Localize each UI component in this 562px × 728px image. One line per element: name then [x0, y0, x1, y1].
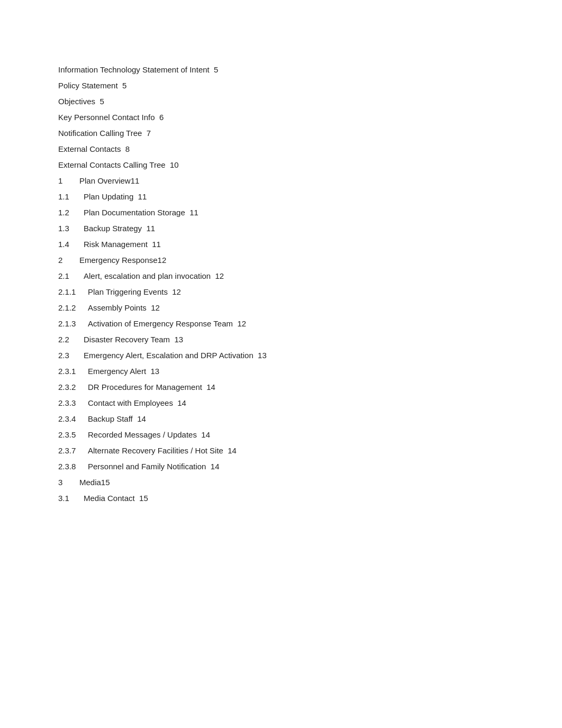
toc-page: 12 [151, 303, 160, 312]
toc-page: 14 [211, 462, 220, 471]
toc-spacer [118, 81, 122, 90]
toc-item-notification-calling: Notification Calling Tree 7 [58, 127, 370, 140]
toc-page: 6 [159, 113, 164, 122]
toc-label: Plan Overview [79, 176, 131, 185]
toc-label: Risk Management [84, 240, 148, 249]
toc-label: Emergency Response [79, 256, 158, 265]
toc-label: Disaster Recovery Team [84, 335, 170, 344]
toc-spacer [173, 398, 177, 407]
toc-page: 14 [177, 398, 186, 407]
toc-label: Backup Strategy [84, 224, 142, 233]
toc-label: Emergency Alert [88, 367, 146, 376]
toc-num: 2.3.2 [58, 381, 88, 394]
toc-spacer [168, 287, 172, 296]
toc-label: Media [79, 478, 101, 487]
toc-label: Alert, escalation and plan invocation [84, 271, 211, 280]
toc-num: 2.3.5 [58, 429, 88, 441]
toc-item-s2-1-1: 2.1.1Plan Triggering Events 12 [58, 286, 370, 298]
toc-item-key-personnel: Key Personnel Contact Info 6 [58, 111, 370, 124]
toc-item-s1-2: 1.2Plan Documentation Storage 11 [58, 206, 370, 219]
toc-num: 2.1 [58, 270, 84, 283]
toc-spacer [121, 144, 125, 153]
toc-page: 11 [152, 240, 161, 249]
toc-item-s2-3-5: 2.3.5Recorded Messages / Updates 14 [58, 429, 370, 441]
toc-label: Plan Documentation Storage [84, 208, 185, 217]
toc-label: Contact with Employees [88, 398, 173, 407]
toc-page: 12 [172, 287, 181, 296]
toc-num: 2.1.1 [58, 286, 88, 298]
toc-num: 1 [58, 175, 79, 187]
toc-item-s2-3: 2.3Emergency Alert, Escalation and DRP A… [58, 349, 370, 362]
toc-label: Information Technology Statement of Inte… [58, 65, 210, 74]
toc-page: 11 [146, 224, 155, 233]
toc-num: 2.3.7 [58, 444, 88, 457]
toc-item-s1-1: 1.1Plan Updating 11 [58, 190, 370, 203]
toc-page: 14 [137, 414, 146, 423]
toc-page: 12 [215, 271, 224, 280]
toc-item-s2-3-3: 2.3.3Contact with Employees 14 [58, 397, 370, 410]
toc-item-external-contacts: External Contacts 8 [58, 143, 370, 156]
toc-label: Plan Triggering Events [88, 287, 168, 296]
toc-item-s2: 2Emergency Response12 [58, 254, 370, 267]
toc-label: Recorded Messages / Updates [88, 430, 197, 439]
toc-num: 3.1 [58, 492, 84, 505]
toc-spacer [133, 192, 138, 201]
toc-item-s1-4: 1.4Risk Management 11 [58, 238, 370, 251]
toc-label: Emergency Alert, Escalation and DRP Acti… [84, 351, 253, 360]
toc-label: Alternate Recovery Facilities / Hot Site [88, 446, 223, 455]
toc-label: Plan Updating [84, 192, 133, 201]
toc-page: 13 [174, 335, 183, 344]
toc-item-s2-3-4: 2.3.4Backup Staff 14 [58, 413, 370, 425]
toc-item-s2-1-2: 2.1.2Assembly Points 12 [58, 302, 370, 314]
toc-page: 13 [150, 367, 159, 376]
toc-item-s2-3-1: 2.3.1Emergency Alert 13 [58, 365, 370, 378]
toc-label: Objectives [58, 97, 95, 106]
toc-num: 2.1.2 [58, 302, 88, 314]
toc-label: External Contacts Calling Tree [58, 160, 166, 169]
toc-label: External Contacts [58, 144, 121, 153]
toc-page: 5 [214, 65, 218, 74]
toc-page: 8 [125, 144, 130, 153]
toc-num: 2.3.3 [58, 397, 88, 410]
toc-page: 11 [138, 192, 147, 201]
toc-num: 2.1.3 [58, 317, 88, 330]
toc-num: 1.2 [58, 206, 84, 219]
toc-num: 2.3.8 [58, 460, 88, 473]
toc-item-s2-1: 2.1Alert, escalation and plan invocation… [58, 270, 370, 283]
toc-page: 15 [101, 478, 110, 487]
toc-page: 5 [99, 97, 104, 106]
toc-page: 11 [131, 176, 140, 185]
toc-spacer [135, 494, 139, 503]
toc-spacer [185, 208, 189, 217]
toc-num: 2.2 [58, 333, 84, 346]
toc-spacer [206, 462, 210, 471]
toc-spacer [147, 303, 151, 312]
toc-item-s2-1-3: 2.1.3Activation of Emergency Response Te… [58, 317, 370, 330]
toc-page: 14 [206, 383, 215, 392]
toc-item-s1-3: 1.3Backup Strategy 11 [58, 222, 370, 235]
toc-page: 13 [258, 351, 267, 360]
toc-num: 3 [58, 476, 79, 489]
toc-item-s2-3-7: 2.3.7Alternate Recovery Facilities / Hot… [58, 444, 370, 457]
toc-item-s2-2: 2.2Disaster Recovery Team 13 [58, 333, 370, 346]
toc-label: Media Contact [84, 494, 135, 503]
toc-label: Key Personnel Contact Info [58, 113, 155, 122]
toc-spacer [253, 351, 258, 360]
toc-page: 5 [122, 81, 126, 90]
toc-page: 11 [189, 208, 198, 217]
toc-page: 14 [201, 430, 210, 439]
toc-label: Assembly Points [88, 303, 147, 312]
toc-label: Notification Calling Tree [58, 129, 142, 138]
toc-label: DR Procedures for Management [88, 383, 202, 392]
toc-page: 12 [237, 319, 246, 328]
toc-item-s2-3-2: 2.3.2DR Procedures for Management 14 [58, 381, 370, 394]
toc-spacer [142, 129, 146, 138]
toc-item-s3: 3Media15 [58, 476, 370, 489]
toc-item-info-tech: Information Technology Statement of Inte… [58, 63, 370, 76]
toc-page: 12 [158, 256, 167, 265]
toc-page: 14 [228, 446, 237, 455]
toc-item-s3-1: 3.1Media Contact 15 [58, 492, 370, 505]
toc-label: Activation of Emergency Response Team [88, 319, 233, 328]
toc-container: Information Technology Statement of Inte… [0, 0, 370, 540]
toc-page: 15 [139, 494, 148, 503]
